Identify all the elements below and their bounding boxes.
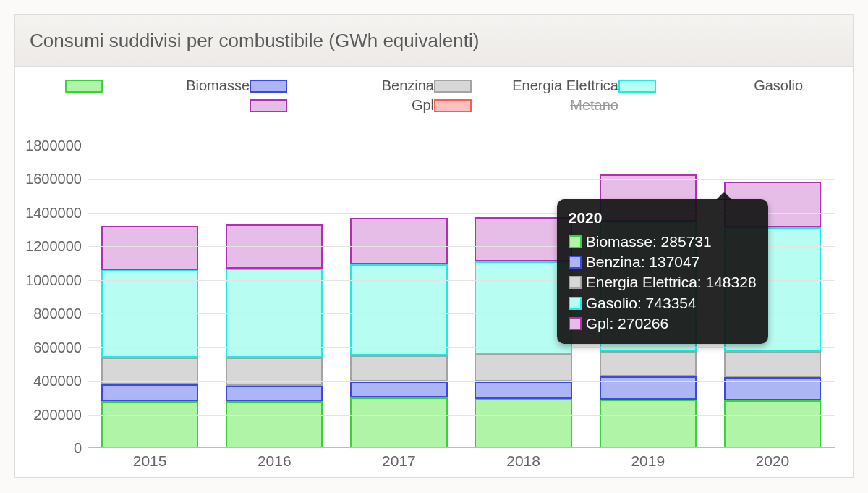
grid-line — [88, 347, 835, 348]
x-tick-label: 2015 — [133, 448, 167, 470]
legend-item-energia-elettrica[interactable]: Energia Elettrica — [434, 76, 618, 96]
bar-segment-biomasse[interactable] — [600, 400, 697, 448]
x-tick-label: 2019 — [631, 448, 665, 470]
tooltip-swatch — [569, 256, 582, 269]
bar-segment-gpl[interactable] — [350, 218, 447, 264]
legend-item-benzina[interactable]: Benzina — [250, 76, 434, 96]
bar-segment-benzina[interactable] — [101, 384, 198, 401]
grid-line — [88, 146, 835, 146]
bar-segment-benzina[interactable] — [600, 376, 697, 400]
panel-title: Consumi suddivisi per combustibile (GWh … — [30, 30, 479, 52]
panel-header: Consumi suddivisi per combustibile (GWh … — [15, 15, 853, 67]
chart-area: BiomasseBenzinaEnergia ElettricaGasolioG… — [15, 66, 853, 477]
bar-segment-benzina[interactable] — [350, 382, 447, 397]
tooltip: 2020 Biomasse: 285731Benzina: 137047Ener… — [557, 199, 768, 344]
tooltip-label: Benzina: 137047 — [586, 252, 700, 272]
legend-swatch — [65, 80, 103, 93]
bar-segment-gasolio[interactable] — [226, 269, 323, 358]
bar-segment-benzina[interactable] — [475, 382, 571, 398]
x-tick-label: 2018 — [506, 448, 540, 470]
bar-segment-energia-elettrica[interactable] — [226, 358, 323, 386]
tooltip-row-biomasse: Biomasse: 285731 — [569, 232, 757, 252]
bar-2017[interactable] — [350, 146, 447, 448]
y-tick-label: 1600000 — [25, 171, 88, 187]
y-tick-label: 200000 — [33, 406, 88, 423]
tooltip-swatch — [569, 317, 582, 330]
bar-segment-energia-elettrica[interactable] — [350, 355, 447, 382]
legend-label: Energia Elettrica — [479, 77, 618, 94]
x-tick-label: 2016 — [258, 448, 292, 470]
legend-swatch — [618, 80, 656, 93]
bar-segment-energia-elettrica[interactable] — [600, 351, 697, 376]
grid-line — [88, 179, 835, 180]
tooltip-swatch — [569, 235, 582, 248]
legend-swatch — [250, 99, 287, 112]
bar-2015[interactable] — [101, 146, 198, 448]
grid-line — [88, 415, 835, 416]
tooltip-swatch — [569, 276, 582, 289]
tooltip-row-gasolio: Gasolio: 743354 — [569, 293, 757, 313]
y-tick-label: 800000 — [33, 306, 88, 322]
tooltip-label: Biomasse: 285731 — [586, 232, 712, 252]
tooltip-row-benzina: Benzina: 137047 — [569, 252, 757, 272]
bar-segment-biomasse[interactable] — [350, 397, 447, 448]
legend-item-gpl[interactable]: Gpl — [250, 96, 434, 115]
y-tick-label: 1400000 — [25, 204, 88, 221]
y-tick-label: 1800000 — [25, 138, 88, 154]
grid-line — [88, 381, 835, 382]
y-tick-label: 600000 — [33, 339, 88, 355]
tooltip-label: Energia Elettrica: 148328 — [586, 272, 757, 292]
bar-segment-gasolio[interactable] — [350, 264, 447, 356]
y-tick-label: 1000000 — [25, 271, 88, 288]
x-baseline — [88, 447, 835, 448]
legend: BiomasseBenzinaEnergia ElettricaGasolioG… — [15, 76, 853, 115]
y-tick-label: 0 — [74, 440, 88, 457]
legend-item-biomasse[interactable]: Biomasse — [65, 76, 250, 96]
y-tick-label: 400000 — [33, 373, 88, 389]
bar-segment-biomasse[interactable] — [101, 401, 198, 448]
tooltip-title: 2020 — [569, 208, 757, 228]
bar-segment-energia-elettrica[interactable] — [475, 354, 571, 382]
y-tick-label: 1200000 — [25, 238, 88, 255]
x-tick-label: 2020 — [756, 448, 790, 470]
bar-segment-benzina[interactable] — [226, 386, 323, 401]
x-tick-label: 2017 — [382, 448, 416, 470]
tooltip-label: Gasolio: 743354 — [586, 293, 697, 313]
legend-swatch — [250, 80, 287, 93]
legend-label: Metano — [479, 97, 618, 114]
legend-label: Biomasse — [110, 77, 250, 94]
legend-label: Benzina — [294, 77, 434, 94]
tooltip-label: Gpl: 270266 — [586, 313, 668, 334]
bar-2016[interactable] — [226, 146, 323, 448]
bar-segment-biomasse[interactable] — [475, 399, 571, 449]
tooltip-row-gpl: Gpl: 270266 — [569, 313, 757, 334]
bar-segment-biomasse[interactable] — [226, 401, 323, 448]
chart-panel: Consumi suddivisi per combustibile (GWh … — [14, 14, 854, 478]
bar-segment-biomasse[interactable] — [724, 400, 821, 448]
legend-item-gasolio[interactable]: Gasolio — [618, 76, 803, 96]
legend-swatch — [434, 99, 472, 112]
legend-item-metano[interactable]: Metano — [434, 96, 618, 115]
legend-label: Gasolio — [663, 77, 803, 94]
tooltip-swatch — [569, 297, 582, 310]
legend-swatch — [434, 80, 472, 93]
bar-segment-gpl[interactable] — [101, 226, 198, 269]
legend-label: Gpl — [294, 97, 434, 114]
bar-segment-energia-elettrica[interactable] — [724, 352, 821, 376]
tooltip-row-energia-elettrica: Energia Elettrica: 148328 — [569, 272, 757, 292]
